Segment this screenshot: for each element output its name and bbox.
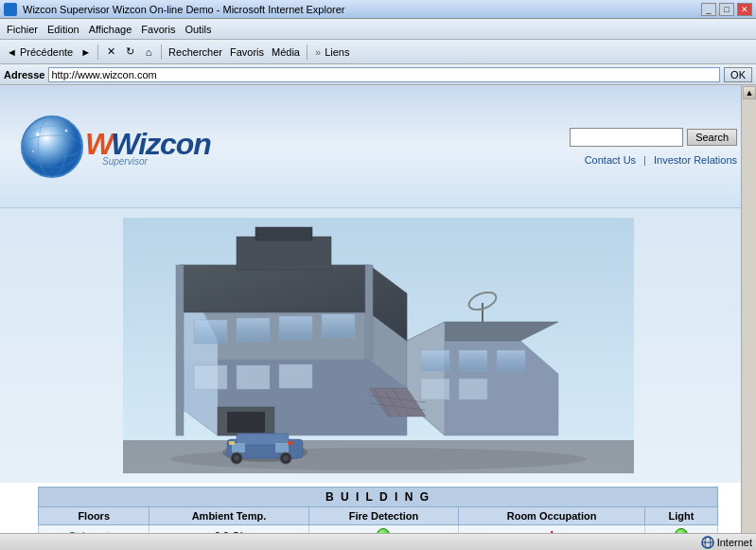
svg-rect-23	[237, 365, 270, 389]
address-bar: Adresse OK	[0, 64, 756, 85]
media-btn[interactable]: Média	[269, 45, 303, 59]
sep1	[97, 44, 98, 60]
svg-rect-39	[237, 237, 331, 270]
svg-point-57	[234, 455, 239, 461]
nav-links: Contact Us | Investor Relations	[585, 154, 737, 166]
logo-globe-svg	[19, 114, 85, 180]
refresh-btn[interactable]: ↻	[121, 44, 138, 59]
svg-rect-37	[459, 379, 487, 399]
svg-rect-20	[279, 316, 312, 340]
liens-label: Liens	[325, 46, 349, 58]
contact-us-link[interactable]: Contact Us	[585, 154, 636, 166]
close-btn[interactable]: ✕	[737, 3, 752, 16]
svg-rect-18	[194, 320, 227, 344]
col-floors: Floors	[39, 507, 149, 525]
status-bar: Internet	[0, 533, 756, 550]
svg-rect-50	[227, 412, 265, 433]
liens-double-arrow: »	[315, 46, 321, 58]
building-image-area	[0, 208, 756, 483]
browser-titlebar: Wizcon Supervisor Wizcon On-line Demo - …	[0, 0, 756, 19]
maximize-btn[interactable]: □	[719, 3, 734, 16]
logo-text-area: WWizcon Supervisor	[85, 127, 211, 167]
col-room-occupation: Room Occupation	[459, 507, 644, 525]
investor-relations-link[interactable]: Investor Relations	[654, 154, 737, 166]
rechercher-btn[interactable]: Rechercher	[166, 45, 225, 59]
svg-rect-33	[421, 350, 449, 371]
status-internet: Internet	[701, 536, 752, 549]
ok-button[interactable]: OK	[724, 67, 752, 82]
svg-point-6	[32, 151, 34, 152]
search-input[interactable]	[570, 128, 683, 147]
col-light: Light	[644, 507, 717, 525]
svg-rect-9	[123, 440, 634, 473]
svg-point-59	[283, 455, 289, 461]
table-header-row: Floors Ambient Temp. Fire Detection Room…	[39, 507, 718, 525]
table-title: B U I L D I N G	[39, 488, 718, 507]
favoris-menu[interactable]: Favoris	[138, 23, 178, 36]
logo-sub: Supervisor	[102, 156, 211, 167]
table-title-row: B U I L D I N G	[39, 488, 718, 507]
minimize-btn[interactable]: _	[701, 3, 716, 16]
menu-bar: Fichier Edition Affichage Favoris Outils	[0, 19, 756, 40]
svg-rect-35	[497, 350, 525, 371]
stop-btn[interactable]: ✕	[102, 44, 119, 59]
svg-rect-63	[365, 265, 373, 360]
back-btn[interactable]: ◄ Précédente	[4, 45, 76, 59]
svg-point-5	[65, 129, 68, 132]
content-area: WWizcon Supervisor Search Contact Us | I…	[0, 85, 756, 550]
header-right: Search Contact Us | Investor Relations	[570, 128, 737, 166]
svg-rect-55	[275, 443, 289, 452]
nav-toolbar: ◄ Précédente ► ✕ ↻ ⌂ Rechercher Favoris …	[0, 40, 756, 64]
col-ambient-temp: Ambient Temp.	[149, 507, 308, 525]
nav-separator: |	[643, 154, 646, 166]
svg-rect-36	[421, 379, 449, 399]
forward-btn[interactable]: ►	[78, 45, 94, 59]
scroll-up[interactable]: ▲	[743, 86, 756, 99]
logo-area: WWizcon Supervisor	[19, 114, 211, 180]
scrollbar[interactable]: ▲ ▼	[741, 85, 756, 550]
svg-rect-21	[322, 314, 355, 338]
svg-rect-40	[255, 227, 312, 240]
favoris-btn[interactable]: Favoris	[227, 45, 267, 59]
ie-icon	[4, 3, 17, 16]
fichier-menu[interactable]: Fichier	[4, 23, 41, 36]
sep3	[307, 44, 308, 60]
svg-rect-61	[288, 441, 293, 445]
internet-icon	[701, 536, 714, 549]
svg-rect-24	[279, 364, 312, 388]
edition-menu[interactable]: Edition	[44, 23, 82, 36]
site-header: WWizcon Supervisor Search Contact Us | I…	[0, 85, 756, 208]
svg-rect-60	[229, 441, 235, 445]
outils-menu[interactable]: Outils	[182, 23, 214, 36]
svg-rect-19	[237, 318, 270, 342]
internet-label: Internet	[717, 537, 752, 548]
sep2	[161, 44, 162, 60]
address-input[interactable]	[48, 67, 720, 82]
search-row: Search	[570, 128, 737, 147]
building-3d-svg	[123, 218, 634, 473]
home-btn[interactable]: ⌂	[140, 45, 157, 59]
search-button[interactable]: Search	[687, 129, 737, 146]
svg-point-4	[36, 133, 40, 136]
browser-title: Wizcon Supervisor Wizcon On-line Demo - …	[23, 4, 345, 15]
address-label: Adresse	[4, 69, 44, 80]
svg-rect-34	[459, 350, 487, 371]
svg-rect-62	[176, 265, 184, 435]
col-fire-detection: Fire Detection	[308, 507, 459, 525]
affichage-menu[interactable]: Affichage	[86, 23, 135, 36]
svg-rect-22	[194, 365, 227, 389]
